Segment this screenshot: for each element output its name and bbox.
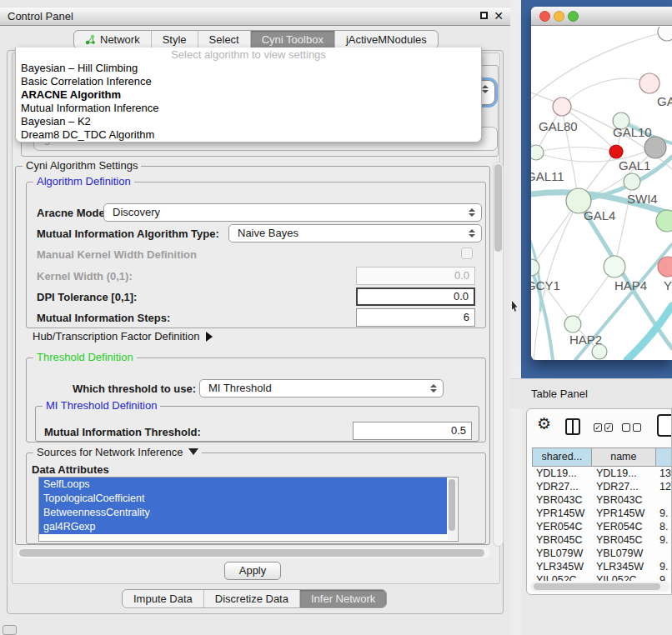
table-row[interactable]: YDR27...YDR27...12 xyxy=(532,480,672,493)
apply-button[interactable]: Apply xyxy=(224,562,281,580)
tab-discretize-data[interactable]: Discretize Data xyxy=(204,590,300,608)
dropdown-item-bayesian-k2[interactable]: Bayesian – K2 xyxy=(16,115,481,128)
dropdown-item-bayesian-hill-climbing[interactable]: Bayesian – Hill Climbing xyxy=(16,62,481,75)
mi-threshold-input[interactable]: 0.5 xyxy=(353,422,472,440)
network-edge[interactable] xyxy=(536,147,616,152)
collapsed-panel-button[interactable] xyxy=(3,625,17,635)
aracne-mode-value: Discovery xyxy=(113,206,160,218)
which-threshold-combo[interactable]: MI Threshold xyxy=(199,379,444,398)
network-node-gal1[interactable] xyxy=(609,145,623,158)
column-header-shared[interactable]: shared... xyxy=(533,448,592,466)
network-node[interactable] xyxy=(592,344,607,359)
attribute-item-gal4rgexp[interactable]: gal4RGexp xyxy=(39,520,447,534)
network-edge[interactable] xyxy=(562,78,649,107)
dropdown-placeholder: Select algorithm to view settings xyxy=(16,48,481,62)
network-node-gal[interactable] xyxy=(639,73,659,93)
threshold-definition-legend: Threshold Definition xyxy=(33,351,137,363)
control-panel-titlebar: Control Panel ✕ xyxy=(0,7,510,26)
dropdown-item-basic-correlation-inference[interactable]: Basic Correlation Inference xyxy=(16,75,481,88)
tab-network[interactable]: Network xyxy=(74,31,152,48)
tab-jactivemnodules[interactable]: jActiveMNodules xyxy=(335,31,438,48)
close-icon[interactable]: ✕ xyxy=(494,9,504,22)
attribute-item-topologicalcoefficient[interactable]: TopologicalCoefficient xyxy=(39,492,447,506)
gear-icon[interactable]: ⚙ xyxy=(537,416,551,432)
kernel-width-input[interactable]: 0.0 xyxy=(356,267,475,285)
table-hscroll-thumb[interactable] xyxy=(534,583,660,590)
data-attributes-label: Data Attributes xyxy=(32,463,109,476)
table-row[interactable]: YBR045CYBR045C9. xyxy=(532,533,672,547)
table-row[interactable]: YIL052CYIL052C9 xyxy=(532,573,672,581)
network-node-hap4[interactable] xyxy=(604,256,625,278)
network-node-hap2[interactable] xyxy=(564,316,581,332)
network-node[interactable] xyxy=(658,27,672,41)
node-label-gcy1: GCY1 xyxy=(531,278,560,292)
table-row[interactable]: YBL079WYBL079W xyxy=(532,547,672,560)
settings-vertical-scrollbar[interactable] xyxy=(493,162,504,547)
dropdown-item-dream8-dc-tdc-algorithm[interactable]: Dream8 DC_TDC Algorithm xyxy=(16,128,481,142)
table-cell: YER054C xyxy=(532,520,591,533)
deselect-all-columns-icon[interactable] xyxy=(622,423,641,432)
mi-type-combo[interactable]: Naive Bayes xyxy=(228,224,482,242)
table-cell: YBR045C xyxy=(532,533,591,547)
column-header-extra[interactable] xyxy=(656,448,672,466)
dpi-tolerance-input[interactable]: 0.0 xyxy=(356,288,475,306)
table-row[interactable]: YLR345WYLR345W9. xyxy=(532,560,672,573)
attributes-scrollbar[interactable] xyxy=(448,478,457,540)
table-rows: YDL19...YDL19...13YDR27...YDR27...12YBR0… xyxy=(532,467,672,581)
network-canvas[interactable]: GALGAL80GAL10GAL1GAL11GAL4SWI4GCY1HAP4YH… xyxy=(531,27,672,360)
network-node[interactable] xyxy=(656,210,672,232)
aracne-mode-combo[interactable]: Discovery xyxy=(103,203,482,222)
table-row[interactable]: YBR043CYBR043C xyxy=(532,493,672,507)
panel-divider[interactable] xyxy=(510,0,521,635)
tab-infer-network[interactable]: Infer Network xyxy=(300,590,386,608)
columns-icon[interactable] xyxy=(565,418,580,435)
table-cell: YBR043C xyxy=(532,493,591,507)
settings-hscroll-thumb[interactable] xyxy=(19,549,484,557)
minimize-traffic-light[interactable] xyxy=(554,11,564,22)
column-header-name[interactable]: name xyxy=(592,448,657,466)
tab-style[interactable]: Style xyxy=(152,31,198,48)
table-cell: YER054C xyxy=(591,520,656,533)
close-traffic-light[interactable] xyxy=(539,11,550,22)
network-node-gal80[interactable] xyxy=(553,98,571,116)
mi-type-value: Naive Bayes xyxy=(238,227,298,239)
which-threshold-value: MI Threshold xyxy=(208,382,272,394)
attribute-item-selfloops[interactable]: SelfLoops xyxy=(39,478,447,492)
table-panel-title: Table Panel xyxy=(531,388,588,400)
table-row[interactable]: YDL19...YDL19...13 xyxy=(532,467,672,480)
tab-label: Select xyxy=(209,33,239,46)
dropdown-item-mutual-information-inference[interactable]: Mutual Information Inference xyxy=(16,102,481,115)
tab-label: Impute Data xyxy=(133,592,193,605)
table-horizontal-scrollbar[interactable] xyxy=(530,582,670,592)
select-all-columns-icon[interactable]: ✓✓ xyxy=(594,423,613,432)
tab-label: Infer Network xyxy=(311,592,375,605)
new-table-icon[interactable] xyxy=(657,414,672,437)
settings-horizontal-scrollbar[interactable] xyxy=(17,548,490,558)
float-icon[interactable] xyxy=(480,12,488,19)
network-window-titlebar[interactable] xyxy=(531,7,672,26)
hub-expander[interactable]: Hub/Transcription Factor Definition xyxy=(33,330,213,342)
checked-box-icon: ✓ xyxy=(594,423,602,432)
kernel-width-label: Kernel Width (0,1): xyxy=(37,270,133,282)
combo-stepper-icon xyxy=(469,208,475,217)
table-row[interactable]: YPR145WYPR145W9. xyxy=(532,507,672,520)
network-node-gal11[interactable] xyxy=(531,145,544,160)
tab-impute-data[interactable]: Impute Data xyxy=(123,590,204,608)
mi-steps-input[interactable]: 6 xyxy=(356,308,475,327)
tab-cyni-toolbox[interactable]: Cyni Toolbox xyxy=(251,31,335,48)
attribute-item-betweennesscentrality[interactable]: BetweennessCentrality xyxy=(39,506,447,520)
network-node-swi4[interactable] xyxy=(624,173,640,190)
dropdown-item-aracne-algorithm[interactable]: ARACNE Algorithm xyxy=(16,88,481,102)
settings-vscroll-thumb[interactable] xyxy=(494,164,502,252)
node-label-gal10: GAL10 xyxy=(613,125,652,139)
table-row[interactable]: YER054CYER054C8. xyxy=(532,520,672,533)
network-node[interactable] xyxy=(644,137,666,158)
zoom-traffic-light[interactable] xyxy=(568,11,579,22)
tab-label: Discretize Data xyxy=(215,592,288,605)
mi-threshold-label: Mutual Information Threshold: xyxy=(44,426,201,438)
tab-select[interactable]: Select xyxy=(198,31,251,48)
network-edge[interactable] xyxy=(531,268,573,324)
manual-kernel-checkbox[interactable] xyxy=(461,248,473,259)
attributes-scrollbar-thumb[interactable] xyxy=(449,479,455,531)
dropdown-item-list: Bayesian – Hill ClimbingBasic Correlatio… xyxy=(16,62,481,142)
